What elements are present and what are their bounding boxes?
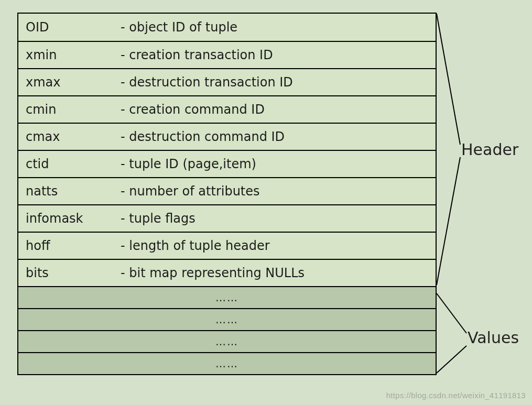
field-name: OID [18, 20, 121, 35]
field-name: cmax [18, 129, 121, 144]
value-placeholder-text: …… [215, 357, 238, 370]
header-field-row: bits- bit map representing NULLs [18, 259, 436, 286]
value-placeholder-text: …… [215, 335, 238, 348]
field-description: - destruction transaction ID [121, 75, 436, 90]
header-field-row: OID- object ID of tuple [18, 14, 436, 41]
field-description: - bit map representing NULLs [121, 266, 436, 280]
header-field-row: xmax- destruction transaction ID [18, 68, 436, 95]
field-description: - tuple flags [121, 211, 436, 226]
svg-line-1 [437, 157, 460, 285]
header-field-row: infomask- tuple flags [18, 204, 436, 232]
field-description: - number of attributes [121, 184, 436, 199]
value-placeholder-row: …… [18, 308, 436, 330]
field-description: - length of tuple header [121, 238, 436, 253]
tuple-layout-table: OID- object ID of tuplexmin- creation tr… [17, 13, 437, 375]
header-field-row: ctid- tuple ID (page,item) [18, 150, 436, 177]
field-description: - destruction command ID [121, 129, 436, 144]
field-name: infomask [18, 211, 121, 226]
header-field-row: hoff- length of tuple header [18, 232, 436, 259]
header-section-label: Header [461, 140, 518, 159]
value-placeholder-text: …… [215, 291, 238, 304]
field-name: natts [18, 184, 121, 199]
svg-line-3 [437, 346, 466, 373]
field-description: - creation command ID [121, 102, 436, 117]
field-name: bits [18, 266, 121, 280]
value-placeholder-text: …… [215, 313, 238, 326]
value-placeholder-row: …… [18, 352, 436, 374]
field-name: xmax [18, 75, 121, 90]
field-description: - object ID of tuple [121, 20, 436, 35]
header-field-row: natts- number of attributes [18, 177, 436, 204]
value-placeholder-row: …… [18, 286, 436, 308]
field-name: xmin [18, 48, 121, 62]
header-field-row: cmax- destruction command ID [18, 123, 436, 150]
svg-line-0 [437, 14, 460, 145]
field-name: hoff [18, 238, 121, 253]
field-name: cmin [18, 102, 121, 117]
header-field-row: cmin- creation command ID [18, 95, 436, 123]
field-description: - tuple ID (page,item) [121, 157, 436, 171]
field-name: ctid [18, 157, 121, 171]
field-description: - creation transaction ID [121, 48, 436, 62]
svg-line-2 [437, 293, 466, 333]
watermark-text: https://blog.csdn.net/weixin_41191813 [386, 391, 526, 400]
values-section-label: Values [468, 329, 519, 347]
header-field-row: xmin- creation transaction ID [18, 41, 436, 68]
value-placeholder-row: …… [18, 330, 436, 352]
